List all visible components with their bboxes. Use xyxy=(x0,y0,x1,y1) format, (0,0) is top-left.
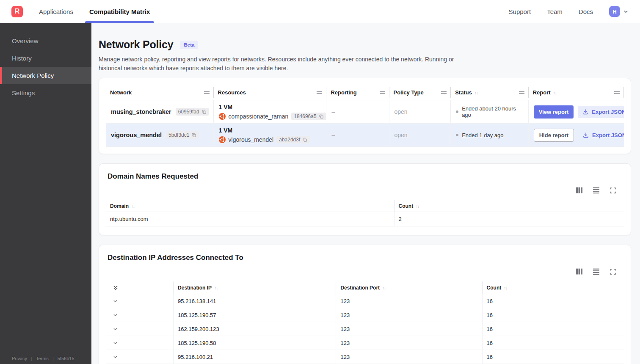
report-cell: Hide report Export JSON xyxy=(529,124,624,146)
view-report-button[interactable]: View report xyxy=(534,105,574,119)
network-hash-badge: 5bdf3dc1 xyxy=(166,131,199,139)
report-cell: View report Export JSON xyxy=(529,100,624,123)
status-cell: Ended 1 day ago xyxy=(451,124,529,146)
sort-icon[interactable] xyxy=(214,285,218,291)
ip-row: 95.216.100.21 123 16 xyxy=(106,350,624,364)
fullscreen-icon[interactable] xyxy=(610,268,616,275)
nav-link-team[interactable]: Team xyxy=(547,8,563,15)
domain-table-header: Domain Count xyxy=(106,200,624,212)
sort-icon[interactable] xyxy=(382,285,386,291)
sidebar-item-settings[interactable]: Settings xyxy=(0,84,91,102)
sort-icon[interactable] xyxy=(504,285,507,291)
expand-cell xyxy=(106,350,173,364)
rows-icon[interactable] xyxy=(593,268,600,275)
column-header-resources: Resources xyxy=(214,85,327,100)
columns-icon[interactable] xyxy=(576,187,583,194)
sort-icon[interactable] xyxy=(131,203,135,209)
terms-link[interactable]: Terms xyxy=(36,356,49,361)
sidebar-item-network-policy[interactable]: Network Policy xyxy=(0,67,91,84)
resources-cell: 1 VM compassionate_raman 184696a5 xyxy=(214,100,327,123)
copy-icon[interactable] xyxy=(302,137,307,142)
double-chevron-down-icon[interactable] xyxy=(113,285,119,291)
count-cell: 16 xyxy=(482,350,624,364)
hash-text: aba2dd3f xyxy=(279,137,300,143)
sort-icon[interactable] xyxy=(416,203,419,209)
count-cell: 16 xyxy=(482,322,624,336)
chevron-down-icon[interactable] xyxy=(113,340,118,346)
nav-tab-applications[interactable]: Applications xyxy=(38,0,74,23)
policy-type-cell: open xyxy=(389,124,451,146)
column-header-report: Report xyxy=(529,85,624,100)
port-cell: 123 xyxy=(336,294,482,308)
network-name: musing_stonebraker xyxy=(111,108,171,115)
ip-row: 95.216.138.141 123 16 xyxy=(106,294,624,308)
column-label: Count xyxy=(487,285,502,291)
chevron-down-icon[interactable] xyxy=(113,354,118,360)
beta-badge: Beta xyxy=(180,41,198,49)
column-resize-handle[interactable] xyxy=(519,91,524,94)
ip-cell: 95.216.100.21 xyxy=(173,350,336,364)
divider xyxy=(31,356,32,361)
column-label: Network xyxy=(110,89,132,96)
copy-icon[interactable] xyxy=(191,132,196,138)
chevron-down-icon[interactable] xyxy=(113,298,118,304)
nav-link-docs[interactable]: Docs xyxy=(579,8,593,15)
app-logo[interactable]: R xyxy=(11,6,23,17)
copy-icon[interactable] xyxy=(319,114,324,119)
policy-type-cell: open xyxy=(389,100,451,123)
ip-cell: 185.125.190.58 xyxy=(173,336,336,350)
column-header-count: Count xyxy=(394,200,624,212)
status-text: Ended about 20 hours ago xyxy=(462,105,523,118)
download-icon xyxy=(583,132,589,138)
expand-cell xyxy=(106,294,173,308)
ubuntu-icon xyxy=(219,136,226,143)
vm-name: vigorous_mendel xyxy=(229,136,274,143)
count-cell: 16 xyxy=(482,294,624,308)
avatar: H xyxy=(609,6,620,17)
vm-count: 1 VM xyxy=(219,104,233,110)
ip-cell: 95.216.138.141 xyxy=(173,294,336,308)
chevron-down-icon[interactable] xyxy=(113,326,118,332)
column-resize-handle[interactable] xyxy=(441,91,447,94)
status-dot-icon xyxy=(456,110,458,113)
rows-icon[interactable] xyxy=(593,187,600,194)
port-cell: 123 xyxy=(336,322,482,336)
chevron-down-icon[interactable] xyxy=(113,312,118,318)
nav-link-support[interactable]: Support xyxy=(509,8,531,15)
copy-icon[interactable] xyxy=(201,109,207,114)
sidebar-item-history[interactable]: History xyxy=(0,50,91,67)
column-label: Reporting xyxy=(331,89,356,96)
sidebar-item-overview[interactable]: Overview xyxy=(0,32,91,50)
sort-icon[interactable] xyxy=(474,89,478,96)
column-resize-handle[interactable] xyxy=(204,91,210,94)
privacy-link[interactable]: Privacy xyxy=(12,356,27,361)
column-resize-handle[interactable] xyxy=(317,91,322,94)
column-header-destination-port: Destination Port xyxy=(336,281,482,294)
export-json-label: Export JSON xyxy=(592,109,624,115)
table-toolbar xyxy=(106,268,624,275)
destination-ips-card: Destination IP Addresses Connected To De… xyxy=(99,245,631,364)
column-header-policy-type: Policy Type xyxy=(389,85,451,100)
column-label: Report xyxy=(533,89,551,96)
column-label: Destination IP xyxy=(178,285,212,291)
ip-table-header: Destination IP Destination Port Count xyxy=(106,281,624,294)
hide-report-button[interactable]: Hide report xyxy=(534,129,574,142)
column-resize-handle[interactable] xyxy=(614,91,620,94)
user-menu[interactable]: H xyxy=(609,6,629,17)
fullscreen-icon[interactable] xyxy=(610,187,616,194)
export-json-button[interactable]: Export JSON xyxy=(578,106,624,118)
status-text: Ended 1 day ago xyxy=(462,132,503,138)
column-resize-handle[interactable] xyxy=(380,91,385,94)
count-cell: 2 xyxy=(394,212,624,226)
reporting-cell: – xyxy=(326,124,389,146)
network-name-cell: musing_stonebraker 60959fad xyxy=(106,100,214,123)
columns-icon[interactable] xyxy=(576,268,583,275)
nav-tab-compatibility-matrix[interactable]: Compatibility Matrix xyxy=(88,0,151,23)
main-content: Network Policy Beta Manage network polic… xyxy=(91,23,640,364)
sort-icon[interactable] xyxy=(553,89,557,96)
version-hash: 5f56b15 xyxy=(58,356,74,361)
resources-cell: 1 VM vigorous_mendel aba2dd3f xyxy=(214,124,327,146)
column-label: Count xyxy=(399,203,414,209)
export-json-button[interactable]: Export JSON xyxy=(578,129,624,141)
top-nav: R Applications Compatibility Matrix Supp… xyxy=(0,0,640,23)
